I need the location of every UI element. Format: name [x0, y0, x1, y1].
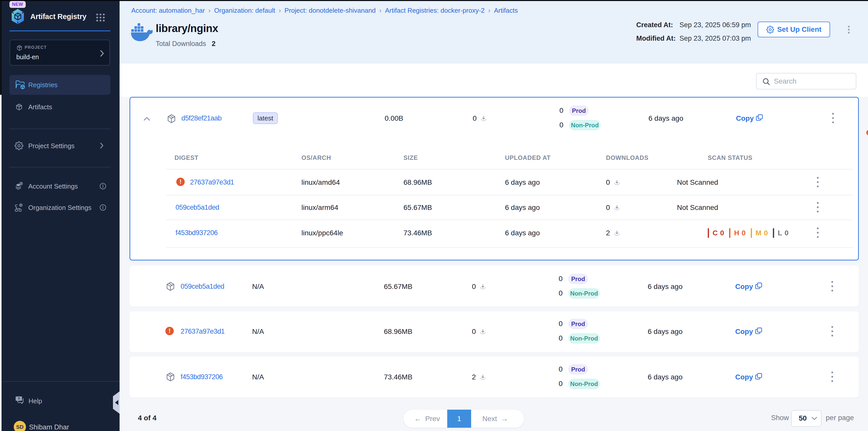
svg-text:?: ? [18, 396, 20, 401]
